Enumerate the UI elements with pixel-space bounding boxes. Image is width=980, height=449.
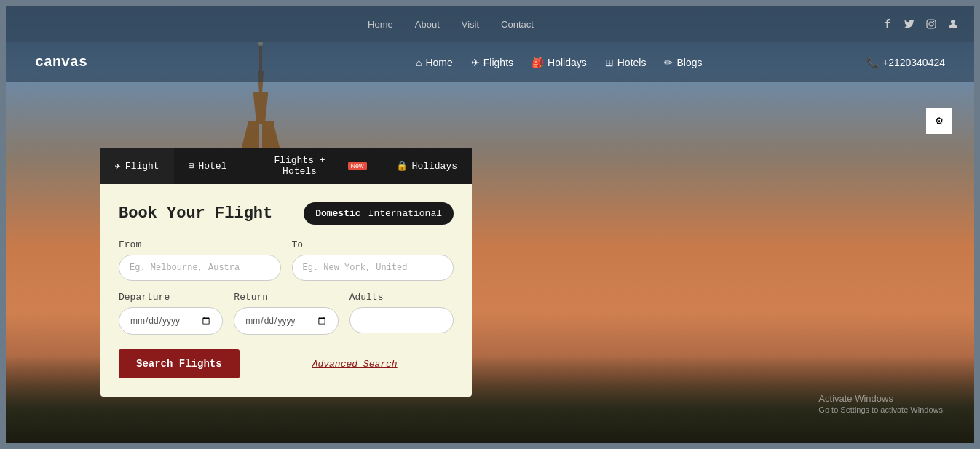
phone-nav: 📞 +2120340424 xyxy=(866,57,945,68)
main-nav-hotels[interactable]: ⊞ Hotels xyxy=(605,57,647,68)
flight-tab-label: Flight xyxy=(125,161,159,172)
logo: canvas xyxy=(35,54,87,71)
blog-icon: ✏ xyxy=(664,57,673,68)
main-nav-blogs[interactable]: ✏ Blogs xyxy=(664,57,702,68)
svg-rect-2 xyxy=(253,92,268,95)
flights-hotels-label: Flights + Hotels xyxy=(256,155,343,177)
action-row: Search Flights Advanced Search xyxy=(119,349,454,378)
tab-holidays[interactable]: 🔒 Holidays xyxy=(382,148,472,184)
svg-point-15 xyxy=(933,21,935,23)
activate-windows-subtitle: Go to Settings to activate Windows. xyxy=(818,405,945,414)
main-nav-flights-label: Flights xyxy=(483,57,513,68)
svg-point-16 xyxy=(951,20,955,24)
plane-icon: ✈ xyxy=(471,57,480,68)
tab-flights-hotels[interactable]: Flights + Hotels New xyxy=(241,148,381,184)
from-to-row: From To xyxy=(119,239,454,281)
date-adults-row: Departure Return Adults xyxy=(119,292,454,335)
to-input[interactable] xyxy=(292,255,454,281)
adults-label: Adults xyxy=(349,292,454,303)
svg-marker-3 xyxy=(253,95,268,122)
hotel-tab-icon: ⊞ xyxy=(189,160,194,172)
nav-visit[interactable]: Visit xyxy=(462,19,479,30)
departure-label: Departure xyxy=(119,292,223,303)
return-label: Return xyxy=(234,292,338,303)
to-label: To xyxy=(292,239,454,250)
flight-tab-icon: ✈ xyxy=(115,160,121,172)
home-icon: ⌂ xyxy=(416,57,422,68)
main-nav: canvas ⌂ Home ✈ Flights 🎒 Holidays ⊞ Hot… xyxy=(6,42,974,82)
phone-number: +2120340424 xyxy=(882,57,945,68)
top-nav-social xyxy=(881,17,960,31)
settings-button[interactable]: ⚙ xyxy=(926,108,952,134)
domestic-option[interactable]: Domestic xyxy=(315,208,360,219)
departure-group: Departure xyxy=(119,292,223,335)
nav-about[interactable]: About xyxy=(415,19,440,30)
activate-windows-watermark: Activate Windows Go to Settings to activ… xyxy=(818,393,945,414)
booking-widget: ✈ Flight ⊞ Hotel Flights + Hotels New 🔒 … xyxy=(100,148,472,397)
main-wrapper: Home About Visit Contact xyxy=(6,6,974,443)
return-input[interactable] xyxy=(234,307,338,335)
outer-border: Home About Visit Contact xyxy=(0,0,980,449)
panel-header: Book Your Flight Domestic International xyxy=(119,202,454,225)
main-nav-holidays[interactable]: 🎒 Holidays xyxy=(532,57,587,68)
svg-point-14 xyxy=(929,22,933,26)
twitter-icon[interactable] xyxy=(903,17,916,31)
to-group: To xyxy=(292,239,454,281)
svg-rect-13 xyxy=(927,20,936,28)
tab-flight[interactable]: ✈ Flight xyxy=(100,148,174,184)
advanced-search-link[interactable]: Advanced Search xyxy=(312,359,398,370)
user-icon[interactable] xyxy=(947,17,960,31)
search-panel: Book Your Flight Domestic International … xyxy=(100,184,472,397)
main-nav-home-label: Home xyxy=(425,57,452,68)
nav-contact[interactable]: Contact xyxy=(501,19,534,30)
domestic-international-toggle[interactable]: Domestic International xyxy=(304,202,454,225)
instagram-icon[interactable] xyxy=(925,17,938,31)
phone-icon: 📞 xyxy=(866,57,879,68)
tab-hotel[interactable]: ⊞ Hotel xyxy=(174,148,242,184)
top-nav: Home About Visit Contact xyxy=(6,6,974,42)
search-flights-button[interactable]: Search Flights xyxy=(119,349,240,378)
main-nav-links: ⌂ Home ✈ Flights 🎒 Holidays ⊞ Hotels ✏ xyxy=(416,57,702,68)
activate-windows-title: Activate Windows xyxy=(818,393,945,404)
main-nav-holidays-label: Holidays xyxy=(548,57,587,68)
new-badge: New xyxy=(348,162,367,170)
from-input[interactable] xyxy=(119,255,281,281)
main-nav-home[interactable]: ⌂ Home xyxy=(416,57,453,68)
gear-icon: ⚙ xyxy=(936,114,943,128)
main-nav-hotels-label: Hotels xyxy=(617,57,647,68)
nav-home[interactable]: Home xyxy=(368,19,393,30)
top-nav-links: Home About Visit Contact xyxy=(20,19,881,30)
adults-group: Adults xyxy=(349,292,454,335)
hotel-tab-label: Hotel xyxy=(198,161,226,172)
main-nav-blogs-label: Blogs xyxy=(676,57,702,68)
holidays-tab-label: Holidays xyxy=(412,161,457,172)
svg-rect-4 xyxy=(248,121,274,124)
hotel-icon: ⊞ xyxy=(605,57,614,68)
from-label: From xyxy=(119,239,281,250)
tab-bar: ✈ Flight ⊞ Hotel Flights + Hotels New 🔒 … xyxy=(100,148,472,184)
main-nav-flights[interactable]: ✈ Flights xyxy=(471,57,513,68)
bag-icon: 🎒 xyxy=(532,57,544,68)
departure-input[interactable] xyxy=(119,307,223,335)
international-option[interactable]: International xyxy=(368,208,442,219)
facebook-icon[interactable] xyxy=(881,17,894,31)
lock-icon: 🔒 xyxy=(396,160,408,172)
from-group: From xyxy=(119,239,281,281)
panel-title: Book Your Flight xyxy=(119,204,272,223)
return-group: Return xyxy=(234,292,338,335)
adults-input[interactable] xyxy=(349,307,454,333)
